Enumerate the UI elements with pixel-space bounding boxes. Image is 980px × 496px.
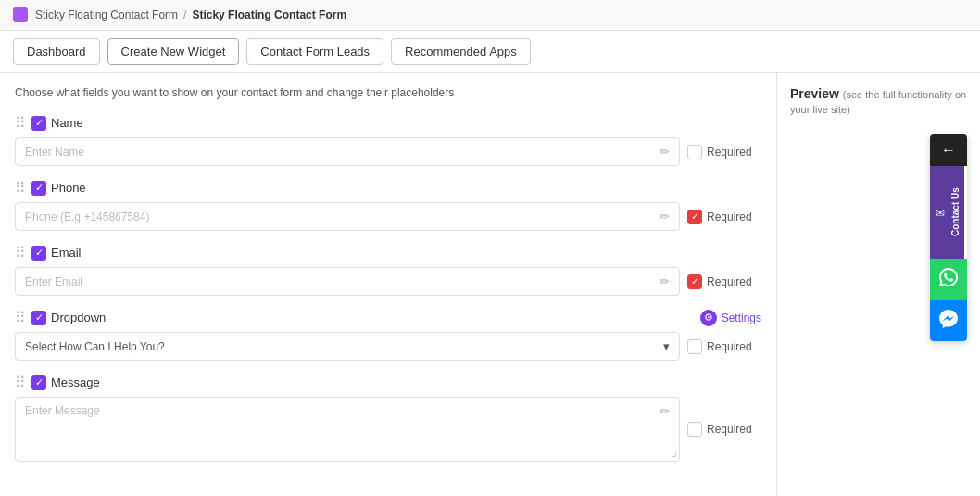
required-checkbox-email[interactable]: ✓ [687,274,702,289]
drag-handle-email[interactable]: ⠿ [15,244,24,261]
input-placeholder-phone: Phone (E.g +145867584) [25,210,149,223]
drag-handle-dropdown[interactable]: ⠿ [15,309,24,326]
required-label-phone: Required [707,210,752,223]
fields-container: ⠿✓NameEnter Name ✏Required⠿✓PhonePhone (… [15,114,761,462]
required-wrap-name: Required [687,145,761,159]
create-new-widget-button[interactable]: Create New Widget [107,38,240,65]
settings-button-dropdown[interactable]: ⚙Settings [700,310,761,326]
required-wrap-email: ✓Required [687,274,761,289]
field-checkbox-dropdown[interactable]: ✓ [31,311,46,325]
field-checkbox-message[interactable]: ✓ [31,375,46,390]
breadcrumb-part1: Sticky Floating Contact Form [35,8,178,21]
widget-messenger-button[interactable] [930,300,967,341]
required-wrap-phone: ✓Required [687,210,761,224]
field-label-email: Email [51,246,82,260]
required-label-name: Required [707,146,752,159]
dashboard-button[interactable]: Dashboard [13,38,100,65]
field-label-dropdown: Dropdown [51,311,106,324]
input-email[interactable]: Enter Email ✏ [15,267,680,296]
input-placeholder-email: Enter Email [25,275,82,288]
edit-icon-name[interactable]: ✏ [660,145,670,159]
field-checkbox-name[interactable]: ✓ [31,116,46,131]
field-header-dropdown: ⠿✓Dropdown⚙Settings [15,309,761,326]
required-wrap-dropdown: Required [687,339,761,354]
dropdown-placeholder-dropdown: Select How Can I Help You? [25,340,165,353]
required-checkbox-dropdown[interactable] [687,339,702,354]
right-preview: Preview (see the full functionality on y… [776,73,980,496]
drag-handle-name[interactable]: ⠿ [15,114,24,132]
field-header-email: ⠿✓Email [15,244,761,261]
field-section-email: ⠿✓EmailEnter Email ✏✓Required [15,244,761,296]
app-icon [13,7,28,22]
dropdown-arrow-dropdown: ▾ [663,339,670,353]
widget-whatsapp-button[interactable] [930,259,967,300]
field-checkbox-wrap-dropdown: ✓Dropdown [31,311,106,325]
input-placeholder-name: Enter Name [25,146,84,159]
field-header-phone: ⠿✓Phone [15,179,761,197]
field-section-phone: ⠿✓PhonePhone (E.g +145867584) ✏✓Required [15,179,761,231]
dropdown-dropdown[interactable]: Select How Can I Help You? ▾ [15,332,680,361]
description: Choose what fields you want to show on y… [15,86,761,99]
input-name[interactable]: Enter Name ✏ [15,137,680,166]
required-label-dropdown: Required [707,340,752,353]
field-header-name: ⠿✓Name [15,114,761,132]
textarea-placeholder-message: Enter Message [25,404,100,417]
field-section-name: ⠿✓NameEnter Name ✏Required [15,114,761,166]
field-label-message: Message [51,375,100,389]
field-section-dropdown: ⠿✓Dropdown⚙SettingsSelect How Can I Help… [15,309,761,361]
left-content: Choose what fields you want to show on y… [0,73,776,496]
widget-preview: ← ✉ Contact Us [790,134,967,341]
field-label-name: Name [51,116,83,130]
field-checkbox-wrap-message: ✓Message [31,375,100,390]
widget-contact-us[interactable]: ✉ Contact Us [930,166,964,259]
main-layout: Choose what fields you want to show on y… [0,73,980,496]
field-label-phone: Phone [51,181,86,195]
required-label-email: Required [707,275,752,288]
widget-sidebar: ← ✉ Contact Us [930,134,967,341]
input-phone[interactable]: Phone (E.g +145867584) ✏ [15,202,680,231]
input-row-phone: Phone (E.g +145867584) ✏✓Required [15,202,761,231]
breadcrumb-part2: Sticky Floating Contact Form [192,8,346,21]
input-row-email: Enter Email ✏✓Required [15,267,761,296]
widget-back-button[interactable]: ← [930,134,967,166]
field-checkbox-wrap-email: ✓Email [31,246,82,261]
field-checkbox-wrap-phone: ✓Phone [31,181,86,196]
input-row-name: Enter Name ✏Required [15,137,761,166]
field-checkbox-wrap-name: ✓Name [31,116,83,131]
settings-label-dropdown: Settings [722,312,761,324]
breadcrumb: Sticky Floating Contact Form / Sticky Fl… [0,0,980,31]
field-checkbox-phone[interactable]: ✓ [31,181,46,196]
edit-icon-phone[interactable]: ✏ [660,210,670,223]
drag-handle-phone[interactable]: ⠿ [15,179,24,197]
edit-icon-email[interactable]: ✏ [660,274,670,288]
textarea-message[interactable]: Enter Message ✏ ⌟ [15,397,680,462]
field-checkbox-email[interactable]: ✓ [31,246,46,261]
navbar: Dashboard Create New Widget Contact Form… [0,31,980,73]
drag-handle-message[interactable]: ⠿ [15,374,24,391]
required-checkbox-phone[interactable]: ✓ [687,210,702,224]
contact-form-leads-button[interactable]: Contact Form Leads [246,38,383,65]
field-header-message: ⠿✓Message [15,374,761,391]
breadcrumb-separator: / [183,8,186,21]
resize-handle-message: ⌟ [672,446,677,459]
required-wrap-message: Required [687,422,761,437]
required-checkbox-message[interactable] [687,422,702,437]
input-row-dropdown: Select How Can I Help You? ▾Required [15,332,761,361]
edit-icon-message[interactable]: ✏ [660,404,670,418]
recommended-apps-button[interactable]: Recommended Apps [391,38,531,65]
settings-icon-dropdown: ⚙ [700,310,717,326]
required-label-message: Required [707,423,752,436]
field-section-message: ⠿✓MessageEnter Message ✏ ⌟Required [15,374,761,462]
input-row-message: Enter Message ✏ ⌟Required [15,397,761,462]
required-checkbox-name[interactable] [687,145,702,159]
preview-title: Preview (see the full functionality on y… [790,86,967,116]
